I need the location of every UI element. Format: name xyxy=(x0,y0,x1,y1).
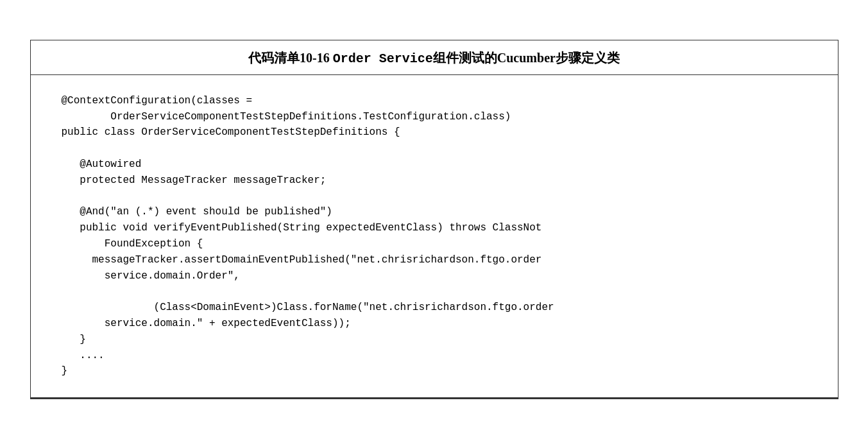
code-body: @ContextConfiguration(classes = OrderSer… xyxy=(31,75,838,397)
title-prefix: 代码清单10-16 xyxy=(248,51,333,65)
code-listing: 代码清单10-16 Order Service组件测试的Cucumber步骤定义… xyxy=(30,40,838,399)
bottom-border xyxy=(31,397,838,399)
page-container: 代码清单10-16 Order Service组件测试的Cucumber步骤定义… xyxy=(0,0,868,439)
title-suffix: 组件测试的Cucumber步骤定义类 xyxy=(433,51,620,65)
title-mono: Order Service xyxy=(333,51,433,66)
listing-title: 代码清单10-16 Order Service组件测试的Cucumber步骤定义… xyxy=(31,40,838,75)
